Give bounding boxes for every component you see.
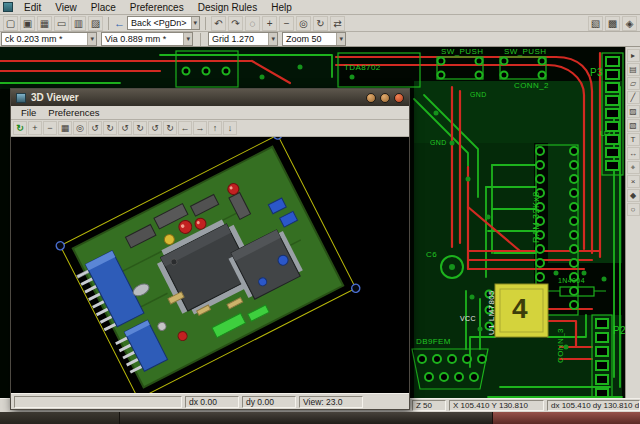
- zoom-in-icon[interactable]: +: [28, 121, 42, 135]
- zoom-in-icon[interactable]: +: [262, 16, 277, 31]
- print-icon[interactable]: ▥: [71, 16, 86, 31]
- add-target-icon[interactable]: ⌖: [627, 161, 640, 174]
- new-board-icon[interactable]: ▢: [3, 16, 18, 31]
- taskbar-window-button[interactable]: [0, 412, 120, 424]
- viewer3d-menubar: File Preferences: [11, 106, 409, 120]
- pointer-icon[interactable]: ▸: [627, 49, 640, 62]
- track-width-combo[interactable]: ck 0.203 mm * ▾: [1, 32, 97, 46]
- move-up-icon[interactable]: ↑: [208, 121, 222, 135]
- viewer3d-window-icon: [16, 93, 26, 103]
- rotate-z-neg-icon[interactable]: ↺: [148, 121, 162, 135]
- add-text-icon[interactable]: T: [627, 133, 640, 146]
- add-track-icon[interactable]: ╱: [627, 91, 640, 104]
- right-toolbar: ▸ ▤ ▱ ╱ ▨ ▧ T ↔ ⌖ × ◆ ○: [625, 47, 640, 398]
- undo-icon[interactable]: ↶: [211, 16, 226, 31]
- find-icon[interactable]: ◌: [245, 16, 260, 31]
- track-width-value: ck 0.203 mm *: [5, 34, 63, 44]
- chevron-down-icon[interactable]: ▾: [336, 33, 345, 45]
- status-zoom: Z 50: [412, 400, 446, 411]
- viewer3d-canvas[interactable]: [11, 137, 409, 393]
- add-zone-icon[interactable]: ▨: [627, 105, 640, 118]
- menu-edit[interactable]: Edit: [17, 1, 48, 14]
- options-toolbar: ck 0.203 mm * ▾ Via 0.889 mm * ▾ Grid 1.…: [0, 32, 640, 47]
- netlist-icon[interactable]: ▩: [605, 16, 620, 31]
- delete-icon[interactable]: ×: [627, 175, 640, 188]
- taskbar-active-window-button[interactable]: [492, 412, 640, 424]
- app-icon: [3, 2, 13, 12]
- viewer3d-status-view: View: 23.0: [299, 396, 363, 408]
- desktop-taskbar: [0, 412, 640, 424]
- viewer3d-titlebar[interactable]: 3D Viewer: [11, 89, 409, 106]
- reload-icon[interactable]: ↻: [13, 121, 27, 135]
- plot-icon[interactable]: ▨: [88, 16, 103, 31]
- menu-place[interactable]: Place: [84, 1, 123, 14]
- menu-design-rules[interactable]: Design Rules: [191, 1, 264, 14]
- move-left-icon[interactable]: ←: [178, 121, 192, 135]
- ratsnest-icon[interactable]: ▧: [588, 16, 603, 31]
- rotate-x-pos-icon[interactable]: ↻: [103, 121, 117, 135]
- zoom-fit-icon[interactable]: ◎: [296, 16, 311, 31]
- viewer3d-toolbar: ↻ + − ▦ ◎ ↺ ↻ ↺ ↻ ↺ ↻ ← → ↑ ↓: [11, 120, 409, 137]
- menu-preferences[interactable]: Preferences: [123, 1, 191, 14]
- redo-icon[interactable]: ↷: [228, 16, 243, 31]
- rotate-x-neg-icon[interactable]: ↺: [88, 121, 102, 135]
- add-dimension-icon[interactable]: ↔: [627, 147, 640, 160]
- rotate-y-neg-icon[interactable]: ↺: [118, 121, 132, 135]
- viewer3d-menu-preferences[interactable]: Preferences: [42, 107, 105, 118]
- move-right-icon[interactable]: →: [193, 121, 207, 135]
- chevron-down-icon[interactable]: ▾: [183, 33, 192, 45]
- viewer3d-title: 3D Viewer: [31, 92, 79, 103]
- back-combo-value: Back <PgDn>: [131, 18, 187, 28]
- rotate-y-pos-icon[interactable]: ↻: [133, 121, 147, 135]
- toolbar-separator: [205, 17, 206, 30]
- zoom-out-icon[interactable]: −: [279, 16, 294, 31]
- page-settings-icon[interactable]: ▭: [54, 16, 69, 31]
- chevron-down-icon[interactable]: ▾: [268, 33, 277, 45]
- grid-combo[interactable]: Grid 1.270 ▾: [208, 32, 278, 46]
- save-board-icon[interactable]: ▦: [37, 16, 52, 31]
- viewer3d-status-blank: [14, 396, 182, 408]
- add-marker-icon[interactable]: ◆: [627, 189, 640, 202]
- via-size-value: Via 0.889 mm *: [105, 34, 166, 44]
- grid-value: Grid 1.270: [212, 34, 254, 44]
- minimize-button[interactable]: [366, 93, 376, 103]
- zoom-fit-icon[interactable]: ◎: [73, 121, 87, 135]
- zoom-combo[interactable]: Zoom 50 ▾: [282, 32, 346, 46]
- viewer3d-menu-file[interactable]: File: [15, 107, 42, 118]
- maximize-button[interactable]: [380, 93, 390, 103]
- go-back-icon[interactable]: ←: [114, 17, 125, 29]
- open-board-icon[interactable]: ▣: [20, 16, 35, 31]
- add-module-icon[interactable]: ▱: [627, 77, 640, 90]
- main-toolbar: ▢ ▣ ▦ ▭ ▥ ▨ ← Back <PgDn> ▾ ↶ ↷ ◌ + − ◎ …: [0, 15, 640, 32]
- rotate-z-pos-icon[interactable]: ↻: [163, 121, 177, 135]
- close-button[interactable]: [394, 93, 404, 103]
- menu-help[interactable]: Help: [264, 1, 299, 14]
- add-keepout-icon[interactable]: ▧: [627, 119, 640, 132]
- viewer3d-status-dx: dx 0.00: [185, 396, 239, 408]
- menubar: Edit View Place Preferences Design Rules…: [0, 0, 640, 15]
- redraw-icon[interactable]: ↻: [313, 16, 328, 31]
- chevron-down-icon[interactable]: ▾: [87, 33, 96, 45]
- status-relative-position: dx 105.410 dy 130.810 d: [547, 400, 640, 411]
- viewer3d-statusbar: dx 0.00 dy 0.00 View: 23.0: [11, 393, 409, 409]
- zoom-value: Zoom 50: [286, 34, 322, 44]
- board-3d-render: [11, 137, 409, 393]
- menu-view[interactable]: View: [48, 1, 84, 14]
- status-cursor-position: X 105.410 Y 130.810: [449, 400, 544, 411]
- move-down-icon[interactable]: ↓: [223, 121, 237, 135]
- zoom-out-icon[interactable]: −: [43, 121, 57, 135]
- pcbnew-window: Edit View Place Preferences Design Rules…: [0, 0, 640, 424]
- swap-layers-icon[interactable]: ⇄: [330, 16, 345, 31]
- back-combo[interactable]: Back <PgDn> ▾: [127, 16, 200, 30]
- module-highlight: [495, 284, 548, 337]
- toolbar-separator: [108, 17, 109, 30]
- viewer3d-window: 3D Viewer File Preferences ↻ + − ▦ ◎ ↺ ↻…: [10, 88, 410, 410]
- viewer3d-status-dy: dy 0.00: [242, 396, 296, 408]
- via-size-combo[interactable]: Via 0.889 mm * ▾: [101, 32, 193, 46]
- highlight-net-icon[interactable]: ▤: [627, 63, 640, 76]
- chevron-down-icon[interactable]: ▾: [191, 17, 200, 29]
- redraw-icon[interactable]: ▦: [58, 121, 72, 135]
- drc-icon[interactable]: ◈: [622, 16, 637, 31]
- toolbar-separator: [200, 33, 201, 46]
- grid-origin-icon[interactable]: ○: [627, 203, 640, 216]
